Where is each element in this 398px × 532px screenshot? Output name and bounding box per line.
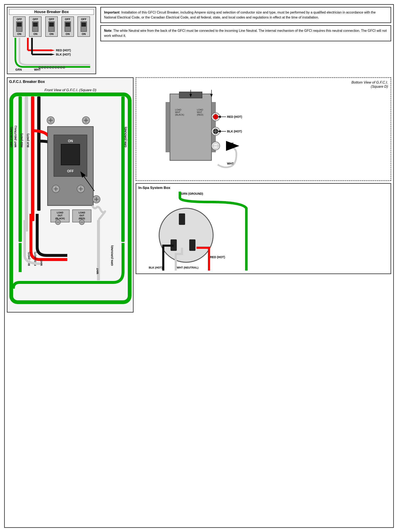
important-label: Important xyxy=(104,11,119,14)
svg-point-92 xyxy=(159,208,213,262)
svg-rect-63 xyxy=(166,102,170,152)
svg-text:WHT (NEUTRAL): WHT (NEUTRAL) xyxy=(14,126,17,147)
bottom-view-title: Bottom View of G.F.C.I. (Square D) xyxy=(139,80,388,89)
breaker-1: OFF ON xyxy=(13,16,25,37)
svg-text:WHT: WHT xyxy=(175,111,180,114)
svg-text:(RED): (RED) xyxy=(197,114,203,116)
svg-text:LOAD: LOAD xyxy=(175,108,181,111)
breaker-5: OFF ON xyxy=(77,16,90,37)
svg-rect-14 xyxy=(37,96,41,211)
svg-rect-30 xyxy=(61,144,80,165)
on-label-1: ON xyxy=(17,32,21,36)
note-text: : The white Neutral wire from the back o… xyxy=(104,29,387,38)
inspa-box-title: In-Spa System Box xyxy=(138,186,388,190)
svg-text:WHT: WHT xyxy=(197,111,202,114)
on-label-4: ON xyxy=(66,32,70,36)
switch-body-4 xyxy=(65,21,71,32)
switch-body-3 xyxy=(48,21,55,32)
svg-marker-1 xyxy=(51,49,55,51)
switch-handle-3 xyxy=(49,22,54,27)
important-note-box: Important: Installation of this GFCI Cir… xyxy=(100,7,391,23)
svg-marker-4 xyxy=(51,53,55,56)
svg-text:WHT: WHT xyxy=(227,142,234,146)
svg-text:RED (HOT): RED (HOT) xyxy=(227,115,242,119)
house-wires-svg: RED (HOT) BLK (HOT) GRN WHT ⊘⊘⊘⊘⊘⊘⊘⊘⊘⊘ xyxy=(9,38,94,71)
switch-handle-5 xyxy=(81,22,86,27)
inspa-system-box: In-Spa System Box GRN (GROUND) RED (H xyxy=(136,183,391,274)
switch-handle-4 xyxy=(65,22,70,27)
svg-text:WHT: WHT xyxy=(96,268,99,274)
bottom-view-box: Bottom View of G.F.C.I. (Square D) LOAD … xyxy=(136,77,391,181)
off-label-5: OFF xyxy=(81,18,87,21)
svg-text:⊘⊘⊘⊘⊘⊘⊘⊘⊘⊘: ⊘⊘⊘⊘⊘⊘⊘⊘⊘⊘ xyxy=(38,66,65,69)
second-note-box: Note: The white Neutral wire from the ba… xyxy=(100,25,391,41)
svg-rect-93 xyxy=(179,213,185,225)
svg-text:GRN (GROUND): GRN (GROUND) xyxy=(181,192,203,195)
svg-rect-95 xyxy=(189,239,195,251)
breaker-4: OFF ON xyxy=(62,16,74,37)
svg-text:(BLACK): (BLACK) xyxy=(175,114,184,116)
gfci-box-title: G.F.C.I. Breaker Box xyxy=(9,80,131,84)
switch-body-2 xyxy=(32,21,38,32)
house-breaker-box: House Breaker Box OFF ON OFF ON xyxy=(7,7,96,74)
svg-text:BLK (HOT): BLK (HOT) xyxy=(27,252,31,266)
svg-rect-11 xyxy=(19,96,22,242)
important-text: : Installation of this GFCI Circuit Brea… xyxy=(104,11,376,19)
svg-text:GRN: GRN xyxy=(15,68,22,71)
svg-rect-61 xyxy=(170,94,211,160)
svg-text:LOAD: LOAD xyxy=(57,211,63,214)
top-section: House Breaker Box OFF ON OFF ON xyxy=(7,7,391,74)
svg-text:GRN (GROUND): GRN (GROUND) xyxy=(111,245,114,266)
gfci-main-svg: Front View of G.F.C.I. (Square D) GRN (G… xyxy=(9,85,132,310)
switch-handle-2 xyxy=(33,22,37,27)
off-label-4: OFF xyxy=(65,18,70,21)
gfci-breaker-box: G.F.C.I. Breaker Box Front View of G.F.C… xyxy=(7,77,134,313)
off-label-2: OFF xyxy=(33,18,38,21)
svg-text:ON: ON xyxy=(68,139,73,143)
on-label-3: ON xyxy=(50,32,54,36)
off-label-3: OFF xyxy=(49,18,54,21)
switch-body-5 xyxy=(81,21,87,32)
svg-text:LOAD: LOAD xyxy=(197,108,203,111)
inspa-svg: GRN (GROUND) RED (HOT) WHT (NEUTRAL) xyxy=(138,192,255,271)
svg-text:LOAD: LOAD xyxy=(79,211,85,214)
svg-text:BLK (HOT): BLK (HOT) xyxy=(56,53,71,56)
breaker-3: OFF ON xyxy=(45,16,58,37)
svg-rect-19 xyxy=(121,96,125,242)
svg-text:WHT: WHT xyxy=(40,260,43,266)
svg-rect-13 xyxy=(31,96,34,221)
gfci-section: G.F.C.I. Breaker Box Front View of G.F.C… xyxy=(7,77,391,313)
house-breaker-title: House Breaker Box xyxy=(9,9,94,15)
svg-rect-12 xyxy=(25,96,28,232)
svg-text:(BLACK): (BLACK) xyxy=(55,217,65,220)
svg-text:GRN (GROUND): GRN (GROUND) xyxy=(124,127,127,147)
svg-text:RED (HOT): RED (HOT) xyxy=(20,133,23,147)
off-label-1: OFF xyxy=(17,18,22,21)
svg-text:BLK (HOT): BLK (HOT) xyxy=(26,134,30,147)
svg-text:RED (HOT): RED (HOT) xyxy=(56,49,71,52)
svg-text:OUT: OUT xyxy=(57,214,62,217)
notes-section: Important: Installation of this GFCI Cir… xyxy=(100,7,391,74)
svg-text:BLK (HOT): BLK (HOT) xyxy=(149,266,162,269)
gfci-right-section: Bottom View of G.F.C.I. (Square D) LOAD … xyxy=(136,77,391,313)
switch-handle-1 xyxy=(17,22,22,27)
svg-text:OUT: OUT xyxy=(79,214,84,217)
svg-text:RED (HOT): RED (HOT) xyxy=(210,255,225,259)
breaker-2: OFF ON xyxy=(29,16,42,37)
svg-text:(RED): (RED) xyxy=(79,217,85,220)
svg-text:WHT: WHT xyxy=(227,162,234,165)
on-label-5: ON xyxy=(82,32,86,36)
svg-text:BLK (HOT): BLK (HOT) xyxy=(227,130,242,133)
svg-text:OFF: OFF xyxy=(67,169,74,173)
svg-text:GRN (GROUND): GRN (GROUND) xyxy=(10,127,13,147)
on-label-2: ON xyxy=(33,32,37,36)
svg-text:WHT (NEUTRAL): WHT (NEUTRAL) xyxy=(177,266,198,269)
switch-body-1 xyxy=(16,21,22,32)
svg-text:Front View of G.F.C.I. (Square: Front View of G.F.C.I. (Square D) xyxy=(44,88,96,92)
note-label: Note xyxy=(104,29,112,32)
bottom-view-svg: LOAD WHT (BLACK) LOAD WHT (RED) RED (HOT… xyxy=(139,90,255,177)
main-container: House Breaker Box OFF ON OFF ON xyxy=(4,4,394,528)
breakers-row: OFF ON OFF ON OFF xyxy=(9,16,94,37)
